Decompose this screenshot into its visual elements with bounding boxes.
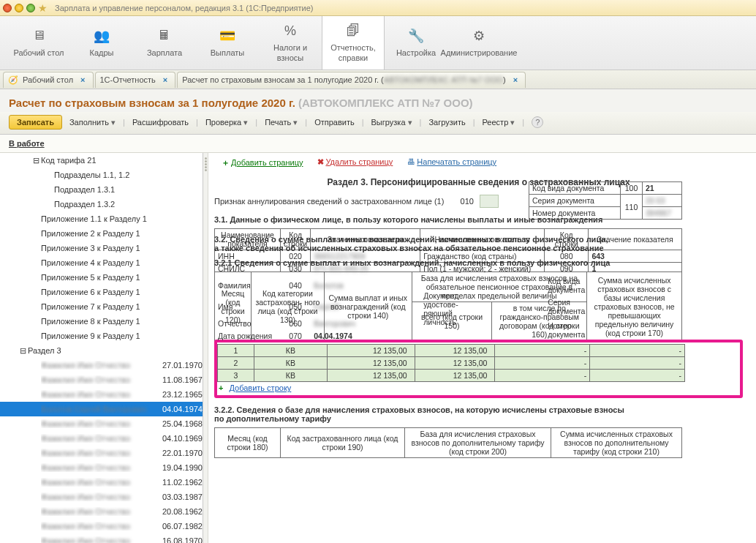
highlight-3-2-1-rows: 1КВ12 135,0012 135,00--2КВ12 135,0012 13… — [214, 340, 743, 398]
main-tab-2[interactable]: 🖩Зарплата — [133, 16, 196, 70]
tree-group[interactable]: ⊟Код тарифа 21 — [0, 153, 203, 168]
tree-item[interactable]: Подразделы 1.1, 1.2 — [0, 168, 203, 182]
tree-item[interactable]: Болотов Сергей Викторович 04.04.1974 — [0, 402, 203, 416]
status-link[interactable]: В работе — [9, 139, 45, 148]
tree-item[interactable]: Приложение 3 к Разделу 1 — [0, 241, 203, 255]
main-tab-label: Рабочий стол — [10, 48, 67, 58]
cancel-flag-input[interactable] — [480, 195, 499, 208]
print-page-link[interactable]: 🖶Напечатать страницу — [407, 157, 496, 168]
tree-item[interactable]: Приложение 9 к Разделу 1 — [0, 329, 203, 343]
tree-item[interactable]: Подраздел 1.3.2 — [0, 197, 203, 211]
main-tab-icon: 🖥 — [32, 28, 45, 44]
doc-tab-1[interactable]: 1С-Отчетность× — [95, 72, 176, 88]
tree-item[interactable]: Фамилия Имя Отчество 27.01.1970 — [0, 358, 203, 372]
fill-button[interactable]: Заполнить — [69, 118, 116, 127]
tree-item[interactable]: Приложение 1.1 к Разделу 1 — [0, 211, 203, 226]
cross-icon: ✖ — [317, 157, 324, 167]
main-tab-4[interactable]: %Налоги и взносы — [259, 16, 322, 70]
table-3-1-doc-vals: Код вида документа10021 Серия документа1… — [529, 181, 682, 220]
table-3-2-1-body[interactable]: 1КВ12 135,0012 135,00--2КВ12 135,0012 13… — [217, 344, 685, 382]
close-icon[interactable]: × — [513, 75, 518, 84]
close-icon[interactable]: × — [163, 75, 167, 84]
sub-3-2-1-header: 3.2.1 Сведения о сумме выплат и иных воз… — [214, 258, 743, 267]
table-row[interactable]: 2КВ12 135,0012 135,00-- — [218, 357, 685, 370]
tree-item[interactable]: Фамилия Имя Отчество 23.12.1965 — [0, 387, 203, 402]
tree-item[interactable]: Фамилия Имя Отчество 22.01.1970 — [0, 446, 203, 460]
tree-item-label: Фамилия Имя Отчество — [41, 507, 162, 516]
tree-item-label: Фамилия Имя Отчество — [41, 522, 162, 531]
main-tab-5[interactable]: 🗐Отчетность, справки — [322, 16, 385, 70]
title-bar: ★ Зарплата и управление персоналом, реда… — [0, 0, 756, 16]
tree-item-label: Подраздел 1.3.1 — [54, 185, 203, 194]
add-page-link[interactable]: ＋Добавить страницу — [222, 157, 303, 168]
tree-item[interactable]: Фамилия Имя Отчество 25.04.1968 — [0, 416, 203, 431]
tree-item-label: Фамилия Имя Отчество — [41, 419, 162, 428]
main-navigation: 🖥Рабочий стол👥Кадры🖩Зарплата💳Выплаты%Нал… — [0, 16, 756, 70]
window-maximize-icon[interactable] — [26, 4, 35, 12]
doc-tab-2[interactable]: Расчет по страховым взносам за 1 полугод… — [177, 72, 526, 88]
tree-item[interactable]: Фамилия Имя Отчество 20.08.1962 — [0, 504, 203, 519]
tree-item-label: Приложение 3 к Разделу 1 — [41, 244, 203, 252]
tree-item-label: Подразделы 1.1, 1.2 — [54, 171, 203, 179]
main-tab-label: Зарплата — [144, 48, 185, 58]
expand-icon[interactable]: ⊟ — [18, 346, 28, 356]
decode-button[interactable]: Расшифровать — [132, 118, 189, 127]
main-tab-3[interactable]: 💳Выплаты — [196, 16, 259, 70]
main-tab-6[interactable]: 🔧Настройка — [385, 16, 447, 70]
tree-item[interactable]: Фамилия Имя Отчество 11.08.1967 — [0, 372, 203, 387]
tree-item-label: Фамилия Имя Отчество — [41, 361, 162, 370]
help-icon[interactable]: ? — [532, 116, 543, 128]
plus-icon: + — [219, 383, 223, 392]
cancel-flag-code: 010 — [461, 197, 474, 206]
print-button[interactable]: Печать — [265, 118, 298, 127]
registry-button[interactable]: Реестр — [483, 118, 515, 127]
tree-item[interactable]: Фамилия Имя Отчество 03.03.1987 — [0, 490, 203, 504]
favorite-icon[interactable]: ★ — [38, 2, 48, 14]
main-tab-1[interactable]: 👥Кадры — [70, 16, 133, 70]
main-tab-label: Настройка — [393, 48, 439, 58]
add-row-link[interactable]: Добавить строку — [224, 382, 291, 392]
window-close-icon[interactable] — [3, 4, 12, 12]
main-tab-0[interactable]: 🖥Рабочий стол — [7, 16, 70, 70]
tree-item[interactable]: Фамилия Имя Отчество 04.10.1969 — [0, 431, 203, 446]
main-tab-icon: 🗐 — [347, 23, 360, 39]
expand-icon[interactable]: ⊟ — [31, 156, 41, 165]
tree-item[interactable]: Приложение 2 к Разделу 1 — [0, 226, 203, 241]
doc-tab-0[interactable]: 🧭Рабочий стол× — [3, 72, 94, 88]
window-minimize-icon[interactable] — [15, 4, 23, 12]
send-button[interactable]: Отправить — [314, 118, 355, 127]
table-row[interactable]: 3КВ12 135,0012 135,00-- — [218, 370, 685, 382]
tree-item[interactable]: Приложение 8 к Разделу 1 — [0, 314, 203, 329]
splitter[interactable] — [203, 153, 208, 543]
tree-item[interactable]: Фамилия Имя Отчество 16.08.1970 — [0, 533, 203, 543]
content-area: ＋Добавить страницу ✖Удалить страницу 🖶На… — [208, 153, 756, 543]
tree-item-label: Фамилия Имя Отчество — [41, 375, 162, 384]
load-button[interactable]: Загрузить — [428, 118, 465, 127]
main-tab-icon: 💳 — [219, 28, 235, 44]
table-row[interactable]: 1КВ12 135,0012 135,00-- — [218, 345, 685, 357]
main-tab-7[interactable]: ⚙Администрирование — [447, 16, 510, 70]
tree-item-label: Фамилия Имя Отчество — [41, 390, 162, 399]
section-tree[interactable]: ⊟Код тарифа 21Подразделы 1.1, 1.2Подразд… — [0, 153, 203, 543]
tree-item[interactable]: Фамилия Имя Отчество 06.07.1982 — [0, 519, 203, 533]
tree-item[interactable]: Приложение 4 к Разделу 1 — [0, 255, 203, 270]
tree-item-label: Фамилия Имя Отчество — [41, 463, 162, 472]
tree-item-label: Приложение 2 к Разделу 1 — [41, 229, 203, 238]
tree-item[interactable]: Приложение 5 к Разделу 1 — [0, 270, 203, 285]
delete-page-link[interactable]: ✖Удалить страницу — [317, 157, 393, 168]
tree-item[interactable]: Подраздел 1.3.1 — [0, 182, 203, 197]
tree-item[interactable]: Приложение 7 к Разделу 1 — [0, 299, 203, 314]
tree-item-label: Приложение 9 к Разделу 1 — [41, 332, 203, 340]
tree-item[interactable]: Приложение 6 к Разделу 1 — [0, 285, 203, 299]
tree-item-label: Фамилия Имя Отчество — [41, 493, 162, 501]
tree-group[interactable]: ⊟Раздел 3 — [0, 343, 203, 358]
record-button[interactable]: Записать — [9, 115, 62, 130]
main-tab-icon: 🔧 — [408, 28, 424, 44]
upload-button[interactable]: Выгрузка — [371, 118, 412, 127]
main-tab-label: Выплаты — [208, 48, 247, 58]
tree-item[interactable]: Фамилия Имя Отчество 11.02.1962 — [0, 475, 203, 490]
tree-item[interactable]: Фамилия Имя Отчество 19.04.1990 — [0, 460, 203, 475]
tree-item-label: Фамилия Имя Отчество — [41, 536, 162, 543]
close-icon[interactable]: × — [80, 75, 85, 84]
check-button[interactable]: Проверка — [205, 118, 248, 127]
